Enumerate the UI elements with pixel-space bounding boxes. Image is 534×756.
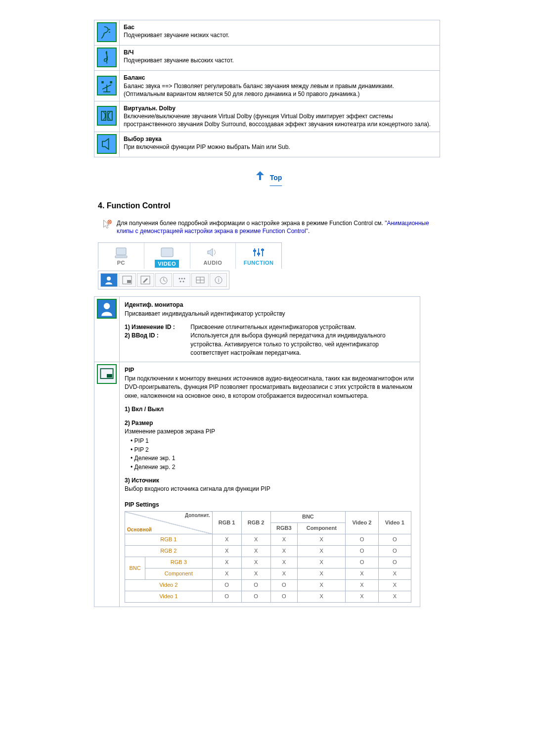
- balance-icon: [97, 76, 117, 95]
- svg-point-25: [182, 281, 184, 283]
- subicon-timer[interactable]: [155, 273, 173, 287]
- svg-point-0: [109, 29, 110, 30]
- svg-point-22: [181, 278, 182, 280]
- monitor-id-cell: Идентиф. монитора Присваивает индивидуал…: [120, 297, 420, 362]
- svg-text:i: i: [218, 278, 219, 283]
- svg-rect-15: [261, 249, 264, 251]
- pip-item3: 3) Источник: [125, 477, 159, 484]
- pip-desc: При подключении к монитору внешних источ…: [125, 375, 414, 399]
- bass-icon: [97, 22, 117, 42]
- tab-function[interactable]: FUNCTION: [236, 243, 281, 269]
- function-subicon-bar: i: [98, 271, 229, 289]
- soundselect-desc: При включенной функции PIP можно выбрать…: [124, 143, 290, 150]
- pip-item1: 1) Вкл / Выкл: [125, 406, 164, 413]
- dolby-title: Виртуальн. Dolby: [124, 105, 176, 112]
- svg-rect-9: [161, 248, 173, 257]
- grid-icon: [195, 276, 205, 284]
- dots-icon: [177, 276, 187, 284]
- treble-cell: В/Ч Подчеркивает звучание высоких частот…: [120, 46, 440, 71]
- monitor-id-desc: Присваивает индивидуальный идентификатор…: [125, 310, 285, 317]
- svg-point-1: [109, 32, 110, 33]
- monitor-id-row1-label: 1) Изменение ID :: [125, 323, 189, 331]
- pip-item3-desc: Выбор входного источника сигнала для фун…: [125, 485, 270, 492]
- section-4-heading: 4. Function Control: [98, 201, 440, 210]
- pip-title: PIP: [125, 367, 134, 374]
- dolby-cell: Виртуальн. Dolby Включение/выключение зв…: [120, 101, 440, 132]
- table-row: Video 2: [125, 580, 213, 591]
- balance-desc: Баланс звука ==> Позволяет регулировать …: [124, 83, 394, 97]
- treble-desc: Подчеркивает звучание высоких частот.: [124, 57, 234, 64]
- pencil-icon: [140, 276, 150, 284]
- settings-tab-bar: PC VIDEO AUDIO FUNCTION: [98, 242, 282, 269]
- table-row: Video 1: [125, 591, 213, 603]
- matrix-corner: Дополнит. Основной: [125, 512, 213, 534]
- pc-icon: [113, 246, 129, 259]
- svg-rect-33: [107, 374, 112, 378]
- tab-pc[interactable]: PC: [98, 243, 144, 269]
- svg-rect-14: [257, 253, 260, 255]
- balance-title: Баланс: [124, 74, 145, 81]
- svg-rect-13: [253, 250, 256, 252]
- pip-item2-desc: Изменение размеров экрана PIP: [125, 428, 215, 435]
- svg-rect-8: [115, 256, 127, 258]
- subicon-pip-small[interactable]: [119, 273, 136, 287]
- clock-icon: [159, 276, 169, 284]
- up-arrow-icon: [252, 168, 270, 185]
- treble-title: В/Ч: [124, 49, 134, 56]
- svg-rect-7: [116, 248, 126, 255]
- pip-size-bullets: PIP 1 PIP 2 Деление экр. 1 Деление экр. …: [131, 437, 415, 472]
- dolby-desc: Включение/выключение звучания Virtual Do…: [124, 113, 431, 128]
- svg-rect-18: [127, 280, 131, 283]
- bass-title: Бас: [124, 24, 134, 31]
- info-icon: i: [214, 276, 223, 284]
- monitor-id-row2-label: 2) ВВод ID :: [125, 331, 189, 340]
- svg-point-24: [179, 281, 181, 283]
- monitor-id-icon: [97, 299, 117, 319]
- sound-settings-table: Бас Подчеркивает звучание низких частот.…: [94, 20, 440, 157]
- pip-small-icon: [122, 276, 132, 284]
- pip-settings-heading: PIP Settings: [125, 501, 415, 509]
- table-row: RGB 1: [125, 534, 213, 546]
- table-row: Component: [145, 568, 213, 580]
- svg-point-16: [107, 277, 111, 281]
- monitor-id-row2-desc: Используется для выбора функций передатч…: [190, 331, 403, 357]
- info-tip-row: Для получения более подробной информации…: [102, 219, 440, 236]
- svg-rect-3: [110, 81, 112, 84]
- svg-point-31: [104, 303, 110, 310]
- subicon-edit[interactable]: [137, 273, 154, 287]
- svg-rect-2: [101, 81, 104, 84]
- soundselect-title: Выбор звука: [124, 136, 162, 142]
- balance-cell: Баланс Баланс звука ==> Позволяет регули…: [120, 71, 440, 101]
- pip-settings-matrix: Дополнит. Основной RGB 1 RGB 2 BNC Video…: [125, 511, 411, 603]
- function-settings-table: Идентиф. монитора Присваивает индивидуал…: [94, 296, 420, 607]
- cursor-tip-icon: [102, 219, 113, 230]
- user-icon: [104, 275, 114, 285]
- pip-item2: 2) Размер: [125, 420, 153, 426]
- tab-video[interactable]: VIDEO: [144, 243, 190, 269]
- subicon-wall[interactable]: [191, 273, 209, 287]
- bass-cell: Бас Подчеркивает звучание низких частот.: [120, 20, 440, 46]
- treble-icon: [97, 47, 117, 67]
- soundselect-cell: Выбор звука При включенной функции PIP м…: [120, 132, 440, 157]
- sliders-icon: [251, 246, 267, 259]
- pip-cell: PIP При подключении к монитору внешних и…: [120, 362, 420, 607]
- soundselect-icon: [97, 134, 117, 154]
- monitor-id-title: Идентиф. монитора: [125, 301, 183, 308]
- back-to-top-link[interactable]: Top: [252, 168, 282, 187]
- subicon-user[interactable]: [100, 273, 118, 287]
- tab-audio[interactable]: AUDIO: [190, 243, 236, 269]
- monitor-id-row1-desc: Присвоение отличительных идентификаторов…: [190, 323, 403, 331]
- subicon-info[interactable]: i: [210, 273, 227, 287]
- table-row: BNC: [125, 557, 145, 580]
- bass-desc: Подчеркивает звучание низких частот.: [124, 32, 229, 39]
- info-tip-text: Для получения более подробной информации…: [117, 219, 440, 236]
- subicon-misc[interactable]: [173, 273, 190, 287]
- speaker-icon: [205, 246, 221, 259]
- dolby-icon: [97, 106, 117, 126]
- tv-icon: [159, 246, 175, 259]
- svg-point-21: [178, 278, 180, 280]
- svg-point-23: [183, 278, 185, 280]
- pip-icon: [97, 364, 117, 384]
- table-row: RGB 2: [125, 546, 213, 557]
